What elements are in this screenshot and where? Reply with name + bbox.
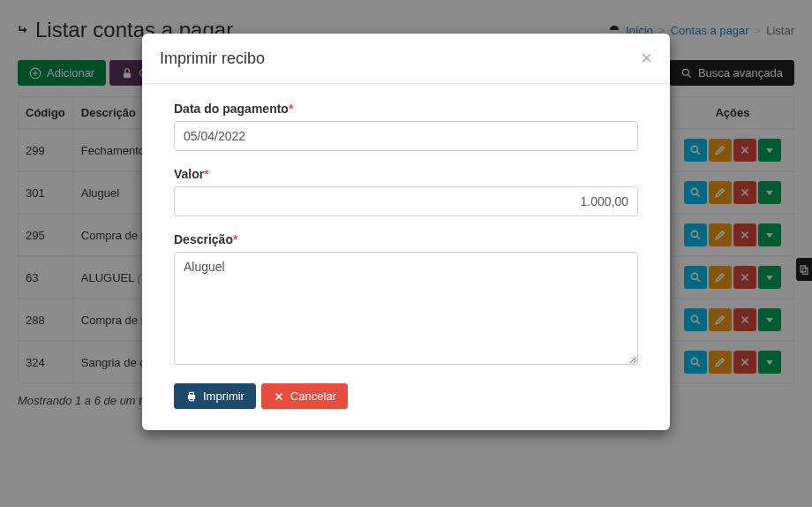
print-receipt-modal: Imprimir recibo × Data do pagamento* Val… <box>142 34 670 430</box>
print-icon <box>185 390 198 403</box>
amount-input[interactable] <box>174 186 638 216</box>
cancel-button[interactable]: Cancelar <box>261 383 348 409</box>
print-button[interactable]: Imprimir <box>174 383 256 409</box>
close-icon[interactable]: × <box>641 47 652 70</box>
modal-title: Imprimir recibo <box>160 49 265 68</box>
x-icon <box>273 390 285 403</box>
payment-date-label: Data do pagamento* <box>174 102 638 116</box>
svg-rect-12 <box>190 392 194 395</box>
payment-date-input[interactable] <box>174 121 638 151</box>
description-textarea[interactable] <box>174 252 638 365</box>
amount-label: Valor* <box>174 167 638 181</box>
svg-rect-13 <box>190 397 194 400</box>
description-label: Descrição* <box>174 232 638 246</box>
